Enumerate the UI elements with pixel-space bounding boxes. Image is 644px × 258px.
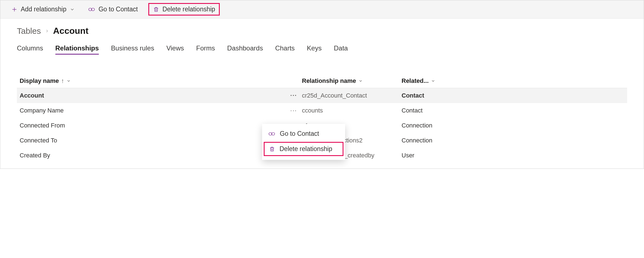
tab-business-rules[interactable]: Business rules (111, 44, 154, 55)
context-menu: Go to Contact Delete relationship (262, 124, 345, 160)
menu-item-goto-label: Go to Contact (280, 130, 319, 137)
trash-icon (153, 6, 159, 13)
menu-item-delete-label: Delete relationship (280, 145, 332, 153)
chevron-right-icon (45, 29, 49, 33)
cell-related: Contact (402, 107, 423, 114)
tab-keys[interactable]: Keys (307, 44, 322, 55)
cell-relationship-name: cr25d_Account_Contact (302, 92, 367, 99)
chevron-down-icon (66, 79, 71, 83)
cell-display-name: Connected From (20, 122, 65, 129)
tab-dashboards[interactable]: Dashboards (227, 44, 263, 55)
breadcrumb-root[interactable]: Tables (17, 26, 41, 36)
menu-item-goto-contact[interactable]: Go to Contact (262, 127, 345, 141)
breadcrumb: Tables Account (17, 26, 627, 36)
link-icon (88, 7, 95, 12)
plus-icon (11, 6, 17, 12)
sort-ascending-icon: ↑ (61, 77, 64, 85)
col-header-relationship-name[interactable]: Relationship name (302, 77, 402, 85)
cell-related: User (402, 152, 414, 159)
toolbar: Add relationship Go to Contact Delete re… (0, 0, 644, 19)
goto-contact-button[interactable]: Go to Contact (85, 4, 141, 15)
row-more-button[interactable]: ··· (285, 107, 302, 114)
col-header-related[interactable]: Related... (402, 77, 449, 85)
goto-contact-label: Go to Contact (99, 6, 138, 13)
chevron-down-icon (431, 79, 435, 83)
table-row[interactable]: Company Name ··· ccounts Contact (17, 103, 627, 118)
trash-icon (269, 146, 275, 152)
col-header-display-name[interactable]: Display name ↑ (20, 77, 285, 85)
cell-relationship-name: ccounts (302, 107, 323, 114)
breadcrumb-current: Account (53, 26, 89, 36)
cell-display-name: Created By (20, 152, 50, 159)
delete-relationship-label: Delete relationship (162, 6, 215, 13)
chevron-down-icon (358, 79, 363, 83)
cell-related: Connection (402, 137, 432, 144)
table-row[interactable]: Account ··· cr25d_Account_Contact Contac… (17, 88, 627, 103)
delete-relationship-button[interactable]: Delete relationship (150, 4, 218, 15)
add-relationship-button[interactable]: Add relationship (9, 4, 77, 15)
tabs: Columns Relationships Business rules Vie… (17, 44, 627, 55)
tab-views[interactable]: Views (166, 44, 184, 55)
cell-related: Contact (402, 92, 424, 99)
link-icon (268, 131, 275, 137)
col-header-display-name-label: Display name (20, 77, 59, 85)
cell-display-name: Connected To (20, 137, 57, 144)
tab-forms[interactable]: Forms (196, 44, 215, 55)
col-header-related-label: Related... (402, 77, 429, 85)
cell-related: Connection (402, 122, 432, 129)
grid-header: Display name ↑ Relationship name Related… (17, 74, 627, 88)
menu-item-delete-relationship[interactable]: Delete relationship (264, 142, 343, 156)
row-more-button[interactable]: ··· (285, 92, 302, 99)
tab-data[interactable]: Data (334, 44, 348, 55)
content-area: Tables Account Columns Relationships Bus… (0, 19, 644, 168)
col-header-relationship-name-label: Relationship name (302, 77, 356, 85)
tab-charts[interactable]: Charts (275, 44, 295, 55)
cell-display-name: Account (20, 92, 44, 99)
tab-columns[interactable]: Columns (17, 44, 43, 55)
delete-highlight: Delete relationship (148, 3, 220, 16)
cell-display-name: Company Name (20, 107, 64, 114)
add-relationship-label: Add relationship (21, 6, 66, 13)
chevron-down-icon (70, 7, 75, 12)
tab-relationships[interactable]: Relationships (55, 44, 99, 55)
